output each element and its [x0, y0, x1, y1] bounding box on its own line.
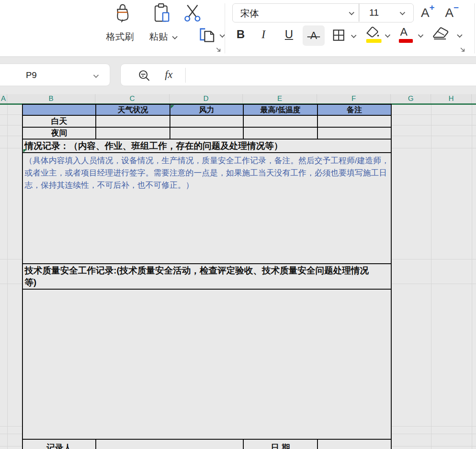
- cell-weather-header[interactable]: 天气状况: [96, 104, 170, 115]
- cell-tech-title[interactable]: 技术质量安全工作记录:(技术质量安全活动，检查评定验收、技术质量安全问题处理情况…: [22, 264, 391, 289]
- formula-input[interactable]: [191, 67, 476, 84]
- font-color-swatch: [399, 39, 413, 43]
- cell-day-weather[interactable]: [96, 115, 170, 127]
- column-header-b[interactable]: B: [7, 94, 95, 103]
- chevron-down-icon: [418, 32, 423, 38]
- shrink-font-letter: A: [445, 6, 454, 20]
- cell-day-wind[interactable]: [170, 115, 243, 127]
- name-box-value: P9: [26, 70, 37, 80]
- fill-color-button[interactable]: [364, 25, 392, 45]
- formula-bar: fx: [120, 64, 476, 86]
- font-size-select[interactable]: 11: [369, 7, 379, 18]
- column-header-f[interactable]: F: [317, 94, 391, 103]
- paste-label: 粘贴: [149, 31, 168, 43]
- strikethrough-line: [307, 36, 320, 37]
- tech-line: 技术质量安全工作记录:(技术质量安全活动，检查评定验收、技术质量安全问题处理情况: [25, 265, 389, 276]
- divider: [359, 4, 359, 22]
- fill-color-swatch: [366, 39, 381, 43]
- copy-button[interactable]: [198, 25, 227, 46]
- decrease-font-size-button[interactable]: A−: [445, 4, 459, 20]
- table-row: 记录人 日 期: [22, 439, 391, 449]
- cell-situation-note[interactable]: （具体内容填入人员情况，设备情况，生产情况，质量安全工作记录，备注。然后交予工程…: [22, 153, 391, 264]
- cut-button[interactable]: [182, 3, 203, 24]
- borders-button[interactable]: [332, 29, 359, 43]
- cell-temp-header[interactable]: 最高/低温度: [243, 104, 317, 115]
- eraser-icon: [431, 34, 452, 41]
- spreadsheet-area: A B C D E F G H 天气状况 风力 最高/低温度 备注 白天: [0, 91, 476, 449]
- note-line: 志，保持其连续性，不可后补，也不可修正。）: [25, 179, 390, 191]
- table-row: 技术质量安全工作记录:(技术质量安全活动，检查评定验收、技术质量安全问题处理情况…: [22, 264, 391, 289]
- font-color-button[interactable]: A: [398, 25, 426, 45]
- cell-night-remark[interactable]: [317, 127, 391, 139]
- gridline: [7, 105, 8, 449]
- format-painter-label: 格式刷: [106, 31, 134, 43]
- font-controls: 宋体 11: [232, 3, 414, 22]
- strikethrough-icon: A: [310, 30, 317, 41]
- cell-night-wind[interactable]: [170, 127, 243, 139]
- column-header-h[interactable]: H: [431, 94, 472, 103]
- cell-date-value[interactable]: [317, 439, 391, 449]
- bold-button[interactable]: B: [237, 28, 245, 41]
- fx-icon[interactable]: fx: [165, 69, 173, 81]
- minus-sign: −: [454, 3, 459, 12]
- chevron-down-icon: [220, 32, 225, 38]
- paste-icon: [153, 3, 171, 26]
- note-line: （具体内容填入人员情况，设备情况，生产情况，质量安全工作记录，备注。然后交予工程…: [25, 154, 390, 167]
- ribbon: 格式刷 粘贴: [0, 0, 476, 57]
- eraser-button[interactable]: [431, 25, 464, 45]
- cell-recorder-label[interactable]: 记录人: [22, 439, 96, 449]
- increase-font-size-button[interactable]: A+: [421, 4, 434, 20]
- format-painter-icon: [112, 3, 133, 26]
- construction-log-table: 天气状况 风力 最高/低温度 备注 白天 夜间 情况记录：（内容、作业、班组工作…: [22, 104, 392, 449]
- font-dialog-launcher[interactable]: [459, 47, 466, 53]
- underline-button[interactable]: U: [285, 28, 293, 41]
- table-row: [22, 289, 391, 439]
- table-row: 白天: [22, 115, 391, 127]
- cell-tech-content[interactable]: [22, 289, 391, 439]
- cell-date-label[interactable]: 日 期: [243, 439, 317, 449]
- cell-day-label[interactable]: 白天: [22, 115, 96, 127]
- column-header-d[interactable]: D: [170, 94, 243, 103]
- column-header-g[interactable]: G: [391, 94, 431, 103]
- search-formula-icon[interactable]: [138, 69, 151, 84]
- plus-sign: +: [429, 3, 434, 12]
- formula-bar-row: P9 fx: [0, 57, 476, 91]
- gridline: [431, 105, 431, 449]
- column-header-e[interactable]: E: [243, 94, 317, 103]
- name-box[interactable]: P9: [0, 64, 110, 86]
- cell-situation-title[interactable]: 情况记录：（内容、作业、班组工作，存在的问题及处理情况等）: [22, 139, 391, 153]
- grow-font-letter: A: [421, 6, 429, 20]
- cell-recorder-value[interactable]: [96, 439, 243, 449]
- chevron-down-icon[interactable]: [93, 73, 99, 78]
- chevron-down-icon[interactable]: [349, 10, 354, 15]
- chevron-down-icon[interactable]: [400, 10, 405, 15]
- format-painter-button[interactable]: 格式刷: [109, 2, 136, 44]
- borders-icon: [332, 36, 345, 43]
- cell-remark-header[interactable]: 备注: [317, 104, 391, 115]
- font-color-icon: A: [400, 25, 407, 39]
- strikethrough-button[interactable]: A: [303, 25, 325, 46]
- paste-button[interactable]: 粘贴: [149, 2, 179, 44]
- gridline: [472, 105, 472, 449]
- cell-night-temp[interactable]: [243, 127, 317, 139]
- italic-button[interactable]: I: [262, 28, 265, 41]
- cell-night-weather[interactable]: [96, 127, 170, 139]
- cell-day-remark[interactable]: [317, 115, 391, 127]
- cell-b1[interactable]: [22, 104, 96, 115]
- chevron-down-icon: [172, 34, 178, 39]
- table-row: 夜间: [22, 127, 391, 139]
- cell-night-label[interactable]: 夜间: [22, 127, 96, 139]
- clipboard-dialog-launcher[interactable]: [215, 47, 222, 53]
- cell-day-temp[interactable]: [243, 115, 317, 127]
- table-row: （具体内容填入人员情况，设备情况，生产情况，质量安全工作记录，备注。然后交予工程…: [22, 153, 391, 264]
- table-row: 天气状况 风力 最高/低温度 备注: [22, 104, 391, 115]
- table-row: 情况记录：（内容、作业、班组工作，存在的问题及处理情况等）: [22, 139, 391, 153]
- cell-wind-header[interactable]: 风力: [170, 104, 243, 115]
- note-line: 或者业主，或者项目经理进行签字。需要注意的一点是，如果施工当天没有工作，必须也要…: [25, 167, 390, 179]
- cell-flag-triangle: [171, 105, 174, 109]
- column-header-a[interactable]: A: [0, 94, 7, 103]
- ribbon-group-divider: [225, 3, 225, 53]
- font-family-select[interactable]: 宋体: [240, 7, 259, 20]
- copy-icon: [198, 38, 217, 45]
- column-header-c[interactable]: C: [95, 94, 170, 103]
